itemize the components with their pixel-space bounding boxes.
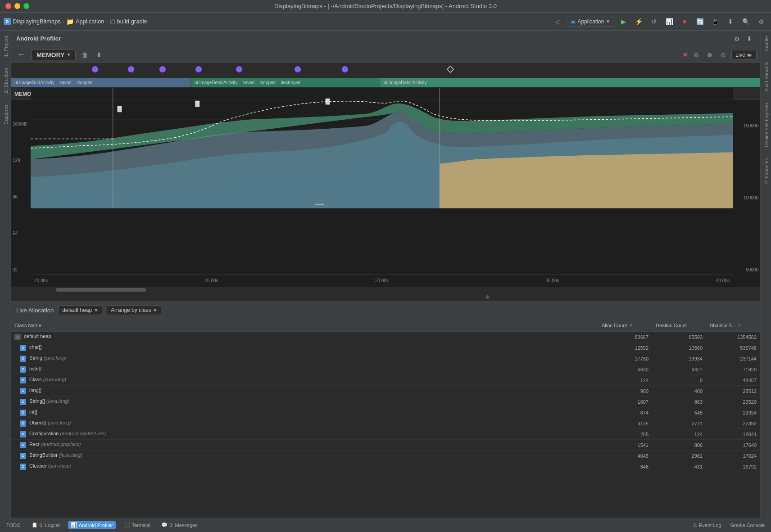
row-alloc: 846 — [598, 463, 652, 471]
run-icon: ▣ — [571, 18, 576, 25]
memory-dropdown[interactable]: MEMORY ▼ — [32, 50, 76, 60]
status-terminal[interactable]: ⬛ Terminal — [121, 521, 154, 529]
gc-dot-7 — [342, 66, 348, 72]
fit-btn[interactable]: ⊙ — [718, 50, 729, 60]
class-icon: C — [20, 453, 26, 459]
side-tab-favorites[interactable]: 2: Favorites — [761, 153, 771, 189]
side-tab-gradle[interactable]: Gradle — [761, 31, 771, 56]
run-button[interactable]: ▶ — [617, 15, 630, 28]
row-alloc: 4045 — [598, 452, 652, 460]
side-tab-device-file[interactable]: Device File Explorer — [761, 97, 771, 152]
class-icon: C — [20, 377, 26, 383]
arrange-select-dropdown[interactable]: Arrange by class ▼ — [107, 305, 161, 315]
row-class-name: C int[] — [11, 408, 598, 417]
side-tab-build-variants[interactable]: Build Variants — [761, 56, 771, 97]
messages-icon: 💬 — [161, 522, 168, 528]
row-dealloc: 10560 — [652, 344, 706, 352]
table-row[interactable]: C Cleaner (sun.misc) 846 431 16792 — [11, 461, 760, 472]
zoom-in-btn[interactable]: ⊕ — [704, 50, 715, 60]
row-alloc: 82667 — [598, 333, 652, 341]
chart-scrollbar[interactable] — [11, 287, 760, 292]
chart-area[interactable]: MEMORY Total: 126.21MB Java: 6.3MB Nativ… — [11, 88, 760, 287]
memory-toolbar-right: ✕ ⊖ ⊕ ⊙ Live ⏭ — [682, 50, 757, 60]
gc-button[interactable]: 🗑 — [79, 50, 90, 60]
settings-button[interactable]: ⚙ — [755, 15, 767, 28]
col-alloc-count[interactable]: Alloc Count ▼ — [598, 319, 652, 331]
table-row[interactable]: C Rect (android.graphics) 1541 806 17640 — [11, 440, 760, 451]
close-button[interactable] — [5, 3, 11, 9]
row-dealloc: 0 — [652, 376, 706, 384]
table-row[interactable]: C Configuration (android.content.res) 28… — [11, 429, 760, 440]
row-dealloc: 431 — [652, 463, 706, 471]
maximize-button[interactable] — [23, 3, 29, 9]
table-row[interactable]: C int[] 874 545 22924 — [11, 407, 760, 418]
status-event-log[interactable]: ⚠ Event Log — [690, 521, 724, 529]
table-row[interactable]: C Object[] (java.lang) 3135 2771 22392 — [11, 418, 760, 429]
avd-button[interactable]: 📱 — [709, 15, 721, 28]
dropdown-icon: ▼ — [606, 19, 610, 24]
table-row[interactable]: C Class (java.lang) 124 0 48457 — [11, 375, 760, 386]
file-name[interactable]: ⬡ build.gradle — [110, 18, 147, 25]
live-arrow: ⏭ — [747, 52, 753, 58]
status-messages[interactable]: 💬 0: Messages — [159, 521, 200, 529]
heap-dropdown-icon: ▼ — [94, 308, 98, 313]
class-icon: C — [20, 366, 26, 373]
todo-label: TODO — [6, 523, 21, 528]
table-row[interactable]: ≡ default heap 82667 65593 1354582 — [11, 332, 760, 343]
table-row[interactable]: C char[] 12592 10560 535748 — [11, 343, 760, 353]
profile-button[interactable]: 📊 — [663, 15, 676, 28]
status-gradle-console[interactable]: Gradle Console — [728, 521, 767, 529]
side-tab-structure[interactable]: Z: Structure — [0, 62, 10, 99]
status-logcat[interactable]: 📋 6: Logcat — [29, 521, 63, 529]
arrange-dropdown-icon: ▼ — [153, 308, 157, 313]
row-alloc: 6630 — [598, 365, 652, 374]
status-todo[interactable]: TODO — [4, 522, 23, 529]
table-row[interactable]: C StringBuilder (java.lang) 4045 2981 17… — [11, 451, 760, 461]
row-dealloc: 6427 — [652, 365, 706, 374]
module-name[interactable]: 📁 Application — [66, 18, 104, 25]
row-shallow: 23520 — [706, 398, 760, 406]
minimize-button[interactable] — [14, 3, 20, 9]
zoom-out-btn[interactable]: ⊖ — [691, 50, 702, 60]
row-alloc: 960 — [598, 387, 652, 395]
svg-rect-8 — [195, 102, 200, 107]
back-button[interactable]: ← — [14, 49, 28, 60]
side-tab-captures[interactable]: Captures — [0, 99, 10, 130]
live-allocation-bar: Live Allocation default heap ▼ Arrange b… — [11, 301, 760, 319]
table-row[interactable]: C String (java.lang) 17750 13934 237144 — [11, 353, 760, 364]
memory-close-btn[interactable]: ✕ — [682, 50, 688, 59]
col-dealloc-count[interactable]: Dealloc Count — [652, 319, 706, 331]
side-tab-project[interactable]: 1: Project — [0, 31, 10, 62]
svg-rect-9 — [195, 101, 200, 102]
col-shallow-size[interactable]: Shallow S... ▽ — [706, 319, 760, 331]
table-row[interactable]: C String[] (java.lang) 1607 863 23520 — [11, 397, 760, 407]
profiler-settings-btn[interactable]: ⚙ — [731, 33, 742, 44]
sync-button[interactable]: 🔄 — [694, 15, 706, 28]
run-left-btn[interactable]: ◁ — [551, 15, 564, 28]
cursor-indicator: ⯐ — [11, 292, 760, 301]
live-button[interactable]: Live ⏭ — [731, 50, 757, 60]
row-dealloc: 124 — [652, 430, 706, 438]
run-config-dropdown[interactable]: ▣ Application ▼ — [567, 17, 614, 27]
stop-button[interactable]: ■ — [678, 15, 691, 28]
allocation-table[interactable]: Class Name Alloc Count ▼ Dealloc Count S… — [11, 319, 760, 518]
dump-heap-button[interactable]: ⬇ — [94, 50, 104, 60]
search-everywhere-button[interactable]: 🔍 — [739, 15, 752, 28]
col-class-name[interactable]: Class Name — [11, 319, 598, 331]
row-class-name: C Configuration (android.content.res) — [11, 429, 598, 439]
gc-dot-3 — [159, 66, 166, 72]
traffic-lights — [5, 3, 29, 9]
heap-select-dropdown[interactable]: default heap ▼ — [58, 305, 102, 315]
x-axis: 20.00s 25.00s 30.00s 35.00s 40.00s — [31, 274, 733, 287]
class-icon: C — [20, 388, 26, 394]
scrollbar-thumb[interactable] — [56, 288, 146, 292]
table-row[interactable]: C long[] 960 400 28512 — [11, 386, 760, 397]
status-profiler[interactable]: 📊 Android Profiler — [68, 521, 116, 529]
project-name[interactable]: DisplayingBitmaps — [13, 18, 61, 25]
apply-changes-btn[interactable]: ↺ — [648, 15, 660, 28]
table-row[interactable]: C byte[] 6630 6427 71920 — [11, 364, 760, 375]
profiler-close-btn[interactable]: ⬇ — [744, 33, 755, 44]
debug-button[interactable]: ⚡ — [632, 15, 645, 28]
sdk-button[interactable]: ⬇ — [724, 15, 737, 28]
gc-dots-row — [92, 67, 760, 72]
